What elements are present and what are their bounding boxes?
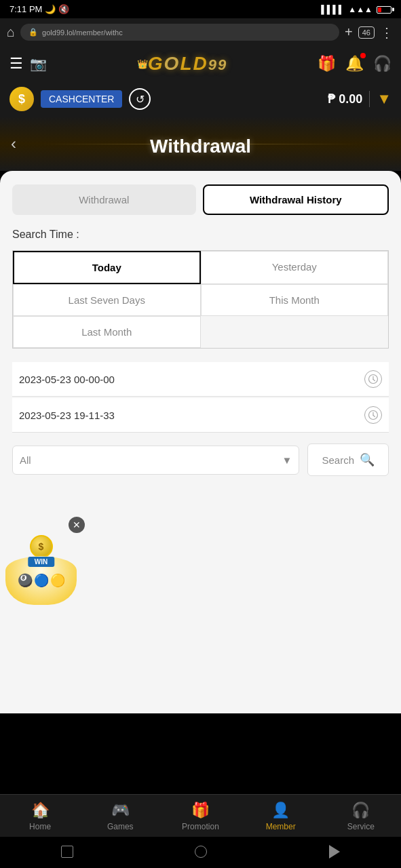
cash-center-bar: $ CASHCENTER ↺ ₱ 0.00 ▼ xyxy=(0,81,401,117)
browser-menu-icon[interactable]: ⋮ xyxy=(380,24,394,41)
start-date-clock-icon[interactable] xyxy=(364,370,382,388)
time-today[interactable]: Today xyxy=(13,251,201,284)
gift-wrapper[interactable]: 🎁 xyxy=(318,55,336,73)
hamburger-icon[interactable]: ☰ xyxy=(9,55,23,73)
browser-actions: + 46 ⋮ xyxy=(345,24,394,41)
tab-withdrawal[interactable]: Withdrawal xyxy=(12,184,196,215)
time-yesterday[interactable]: Yesterday xyxy=(201,251,389,284)
nav-item-member[interactable]: 👤 Member xyxy=(261,802,301,831)
search-button[interactable]: Search 🔍 xyxy=(307,443,389,476)
type-select-dropdown[interactable]: All ▼ xyxy=(12,446,299,475)
url-text: gold99.lol/member/withc xyxy=(42,28,123,37)
home-nav-icon: 🏠 xyxy=(31,802,50,819)
dropdown-arrow-icon: ▼ xyxy=(282,454,292,466)
page-title: Withdrawal xyxy=(150,136,251,157)
status-right: ▌▌▌▌ ▲▲▲ xyxy=(321,5,392,14)
win-label: WIN xyxy=(28,557,54,567)
content-card: Withdrawal Withdrawal History Search Tim… xyxy=(0,171,401,713)
tab-count[interactable]: 46 xyxy=(358,26,375,39)
sys-home-btn[interactable] xyxy=(191,842,210,861)
back-button[interactable]: ‹ xyxy=(11,134,16,153)
mute-icon: 🔇 xyxy=(58,4,69,14)
time-last-month[interactable]: Last Month xyxy=(13,316,201,348)
nav-item-promotion[interactable]: 🎁 Promotion xyxy=(180,802,221,831)
end-date-value[interactable]: 2023-05-23 19-11-33 xyxy=(19,410,364,421)
chevron-down-icon[interactable]: ▼ xyxy=(377,90,392,108)
coin-icon: $ xyxy=(30,535,53,558)
gift-icon: 🎁 xyxy=(318,55,336,72)
search-button-label: Search xyxy=(322,454,354,466)
cash-center-label[interactable]: CASHCENTER xyxy=(41,90,122,108)
status-bar: 7:11 PM 🌙 🔇 ▌▌▌▌ ▲▲▲ xyxy=(0,0,401,18)
moon-icon: 🌙 xyxy=(45,4,56,14)
games-nav-label: Games xyxy=(107,822,134,831)
balance-value: ₱ 0.00 xyxy=(328,92,362,106)
sys-back-btn[interactable] xyxy=(325,842,344,861)
app-header: ☰ 📷 👑 GOLD99 🎁 🔔 🎧 xyxy=(0,46,401,81)
svg-line-2 xyxy=(373,380,375,381)
browser-bar: ⌂ 🔒 gold99.lol/member/withc + 46 ⋮ xyxy=(0,18,401,46)
home-nav-label: Home xyxy=(29,822,51,831)
tab-row: Withdrawal Withdrawal History xyxy=(12,184,389,215)
service-nav-label: Service xyxy=(347,822,375,831)
logo-text: GOLD99 xyxy=(148,53,227,75)
end-date-row: 2023-05-23 19-11-33 xyxy=(12,398,389,433)
win-close-button[interactable]: ✕ xyxy=(69,517,85,533)
header-right: 🎁 🔔 🎧 xyxy=(318,55,392,73)
url-bar[interactable]: 🔒 gold99.lol/member/withc xyxy=(20,24,339,41)
win-widget-inner: ✕ $ WIN 🎱 🔵 🟡 xyxy=(0,517,88,605)
service-nav-icon: 🎧 xyxy=(351,802,370,819)
games-nav-icon: 🎮 xyxy=(111,802,130,819)
start-date-row: 2023-05-23 00-00-00 xyxy=(12,362,389,397)
time-grid: Today Yesterday Last Seven Days This Mon… xyxy=(12,250,389,349)
refresh-icon[interactable]: ↺ xyxy=(129,88,151,110)
bottom-action-row: All ▼ Search 🔍 xyxy=(12,443,389,490)
nav-item-games[interactable]: 🎮 Games xyxy=(100,802,140,831)
end-date-clock-icon[interactable] xyxy=(364,406,382,424)
type-select-value: All xyxy=(20,454,31,466)
member-nav-label: Member xyxy=(266,822,296,831)
sys-square-icon xyxy=(61,846,73,858)
search-icon: 🔍 xyxy=(360,452,375,467)
sys-recent-btn[interactable] xyxy=(58,842,77,861)
win-body: $ WIN 🎱 🔵 🟡 xyxy=(5,534,77,605)
notification-dot xyxy=(360,53,366,58)
hero-section: ‹ Withdrawal xyxy=(0,117,401,171)
wifi-icon: ▲▲▲ xyxy=(348,5,373,14)
nav-item-service[interactable]: 🎧 Service xyxy=(341,802,381,831)
nav-item-home[interactable]: 🏠 Home xyxy=(20,802,60,831)
promotion-nav-icon: 🎁 xyxy=(191,802,210,819)
start-date-value[interactable]: 2023-05-23 00-00-00 xyxy=(19,374,364,385)
divider xyxy=(369,91,370,107)
browser-home-icon[interactable]: ⌂ xyxy=(7,24,15,40)
promotion-nav-label: Promotion xyxy=(182,822,219,831)
bottom-nav: 🏠 Home 🎮 Games 🎁 Promotion 👤 Member 🎧 Se… xyxy=(0,794,401,841)
win-widget[interactable]: ✕ $ WIN 🎱 🔵 🟡 xyxy=(0,517,88,605)
logo: 👑 GOLD99 xyxy=(137,53,227,75)
bell-wrapper[interactable]: 🔔 xyxy=(345,55,364,73)
search-time-label: Search Time : xyxy=(12,229,389,241)
battery-indicator xyxy=(377,5,392,14)
tab-withdrawal-history[interactable]: Withdrawal History xyxy=(203,184,389,215)
system-nav xyxy=(0,837,401,868)
add-tab-icon[interactable]: + xyxy=(345,24,353,40)
balance-display: ₱ 0.00 xyxy=(328,92,362,106)
header-left-icons: ☰ 📷 xyxy=(9,55,47,73)
status-left: 7:11 PM 🌙 🔇 xyxy=(9,4,69,14)
lock-icon: 🔒 xyxy=(28,28,38,37)
svg-line-5 xyxy=(373,416,375,417)
time-this-month[interactable]: This Month xyxy=(201,284,389,316)
sys-triangle-icon xyxy=(329,845,340,859)
sys-circle-icon xyxy=(195,846,207,858)
signal-icon: ▌▌▌▌ xyxy=(321,5,344,14)
member-nav-icon: 👤 xyxy=(271,802,290,819)
time-last-seven-days[interactable]: Last Seven Days xyxy=(13,284,201,316)
dollar-icon: $ xyxy=(9,87,34,111)
camera-icon[interactable]: 📷 xyxy=(30,56,47,72)
cash-text: CASH xyxy=(49,94,75,104)
time-display: 7:11 PM xyxy=(9,4,42,14)
center-text: CENTER xyxy=(75,94,115,104)
headset-icon[interactable]: 🎧 xyxy=(373,55,392,73)
win-close-icon: ✕ xyxy=(73,519,81,530)
